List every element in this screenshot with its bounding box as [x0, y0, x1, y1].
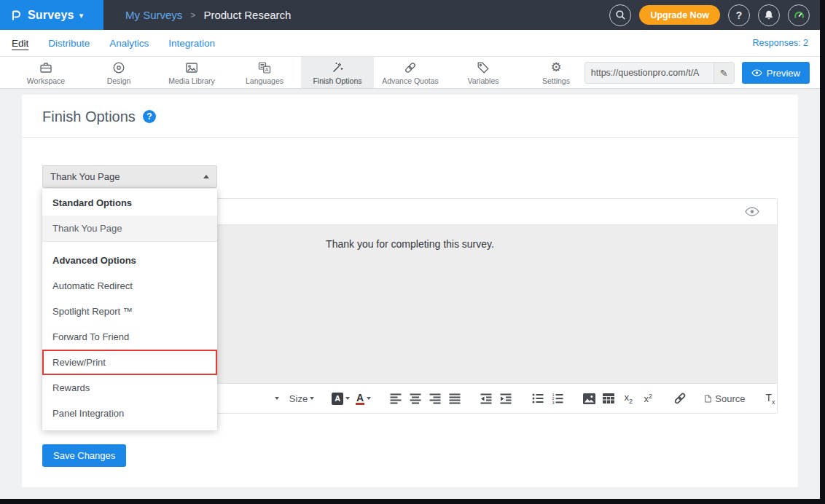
- edit-url-button[interactable]: ✎: [713, 63, 734, 83]
- ribbon-item-settings[interactable]: ⚙ Settings: [520, 57, 593, 88]
- ribbon-item-media-library[interactable]: Media Library: [155, 57, 228, 88]
- responses-count[interactable]: Responses: 2: [753, 38, 808, 48]
- bell-icon: [763, 9, 775, 21]
- menu-item-rewards[interactable]: Rewards: [42, 375, 217, 401]
- menu-group-header-advanced: Advanced Options: [42, 246, 217, 273]
- image-icon: [583, 393, 595, 404]
- settings-gear-icon: ⚙: [550, 60, 561, 75]
- usage-meter-button[interactable]: [788, 4, 810, 26]
- finish-options-card: Finish Options ? Thank You Page Standard…: [22, 95, 798, 487]
- save-changes-button[interactable]: Save Changes: [42, 444, 126, 467]
- chevron-up-icon: [203, 175, 209, 178]
- help-icon[interactable]: ?: [143, 110, 156, 123]
- chevron-down-icon: ▾: [79, 11, 84, 20]
- breadcrumb-separator: >: [190, 10, 195, 20]
- card-body: Thank You Page Standard Options Thank Yo…: [22, 138, 798, 487]
- product-label: Surveys: [28, 9, 74, 22]
- finish-type-select-wrap: Thank You Page Standard Options Thank Yo…: [42, 165, 217, 188]
- variables-tag-icon: [476, 60, 490, 75]
- tab-integration[interactable]: Integration: [168, 38, 215, 49]
- numbered-list-icon: 123: [552, 393, 563, 404]
- finish-type-menu: Standard Options Thank You Page Advanced…: [42, 189, 217, 430]
- menu-item-spotlight-report[interactable]: Spotlight Report ™: [42, 299, 217, 324]
- menu-item-automatic-redirect[interactable]: Automatic Redirect: [42, 273, 217, 299]
- align-center-icon: [410, 393, 421, 404]
- card-title-row: Finish Options ?: [22, 95, 798, 137]
- remove-format-button[interactable]: Tx: [764, 390, 777, 407]
- menu-item-forward-to-friend[interactable]: Forward To Friend: [42, 324, 217, 350]
- insert-table-button[interactable]: [602, 390, 615, 407]
- ribbon-item-languages[interactable]: A Languages: [228, 57, 301, 88]
- table-icon: [603, 393, 614, 403]
- top-header: Surveys ▾ My Surveys > Product Research …: [0, 0, 820, 30]
- align-justify-button[interactable]: [448, 390, 461, 407]
- survey-url-box: ✎: [584, 62, 735, 84]
- source-button[interactable]: Source: [705, 390, 745, 407]
- background-color-button[interactable]: A: [332, 390, 349, 407]
- survey-url-input[interactable]: [585, 63, 713, 83]
- help-button[interactable]: ?: [728, 4, 750, 26]
- superscript-button[interactable]: x2: [641, 390, 654, 407]
- breadcrumb: My Surveys > Product Research: [125, 9, 291, 21]
- tab-distribute[interactable]: Distribute: [48, 38, 90, 49]
- background-color-icon: A: [332, 393, 343, 405]
- bullet-list-icon: [532, 393, 544, 404]
- ribbon-item-advance-quotas[interactable]: Advance Quotas: [374, 57, 447, 88]
- remove-format-icon: Tx: [765, 392, 775, 406]
- align-justify-icon: [449, 393, 461, 404]
- upgrade-button[interactable]: Upgrade Now: [639, 5, 720, 25]
- align-right-button[interactable]: [429, 390, 442, 407]
- preview-button[interactable]: Preview: [742, 62, 810, 84]
- source-document-icon: [705, 393, 711, 404]
- decrease-indent-button[interactable]: [480, 390, 493, 407]
- notifications-button[interactable]: [758, 4, 780, 26]
- increase-indent-button[interactable]: [499, 390, 512, 407]
- tab-analytics[interactable]: Analytics: [109, 38, 149, 49]
- chevron-down-icon: [310, 397, 314, 400]
- insert-link-button[interactable]: [673, 390, 687, 407]
- svg-text:A: A: [265, 66, 269, 71]
- pencil-icon: ✎: [720, 68, 728, 79]
- advance-quotas-icon: [403, 60, 418, 75]
- workspace-icon: [39, 60, 53, 75]
- media-library-icon: [184, 60, 199, 75]
- subscript-button[interactable]: x2: [622, 390, 635, 407]
- numbered-list-button[interactable]: 123: [551, 390, 564, 407]
- svg-text:3: 3: [552, 401, 554, 404]
- search-button[interactable]: [609, 4, 631, 26]
- superscript-icon: x2: [644, 393, 653, 404]
- languages-icon: A: [257, 60, 272, 75]
- finish-type-select[interactable]: Thank You Page: [42, 165, 217, 188]
- breadcrumb-my-surveys[interactable]: My Surveys: [125, 9, 182, 21]
- page-title: Finish Options: [42, 108, 136, 125]
- menu-item-review-print[interactable]: Review/Print: [42, 350, 217, 375]
- app-window: Surveys ▾ My Surveys > Product Research …: [0, 0, 820, 499]
- main-content: Finish Options ? Thank You Page Standard…: [0, 89, 820, 487]
- font-size-dropdown[interactable]: Size: [290, 390, 313, 407]
- questionpro-logo-icon: [9, 9, 23, 22]
- align-center-button[interactable]: [409, 390, 422, 407]
- gauge-icon: [793, 9, 805, 21]
- menu-group-header-standard: Standard Options: [42, 189, 217, 216]
- ribbon-item-workspace[interactable]: Workspace: [9, 57, 82, 88]
- ribbon-item-design[interactable]: Design: [82, 57, 155, 88]
- format-dropdown-caret-icon[interactable]: [270, 390, 284, 407]
- edit-ribbon: Workspace Design Media Library A Languag…: [0, 57, 820, 89]
- menu-divider: [42, 241, 217, 242]
- text-color-button[interactable]: A: [356, 390, 371, 407]
- preview-eye-icon[interactable]: [745, 207, 759, 216]
- ribbon-item-variables[interactable]: Variables: [447, 57, 520, 88]
- question-icon: ?: [736, 9, 743, 21]
- ribbon-item-finish-options[interactable]: Finish Options: [301, 57, 374, 88]
- menu-item-thank-you-page[interactable]: Thank You Page: [42, 216, 217, 241]
- align-left-button[interactable]: [389, 390, 402, 407]
- tab-edit[interactable]: Edit: [12, 38, 28, 49]
- search-icon: [615, 9, 626, 20]
- finish-options-wand-icon: [330, 60, 345, 75]
- align-left-icon: [390, 393, 402, 404]
- insert-image-button[interactable]: [582, 390, 595, 407]
- menu-item-panel-integration[interactable]: Panel Integration: [42, 401, 217, 426]
- product-switcher[interactable]: Surveys ▾: [0, 0, 103, 30]
- bullet-list-button[interactable]: [531, 390, 544, 407]
- decrease-indent-icon: [480, 393, 492, 404]
